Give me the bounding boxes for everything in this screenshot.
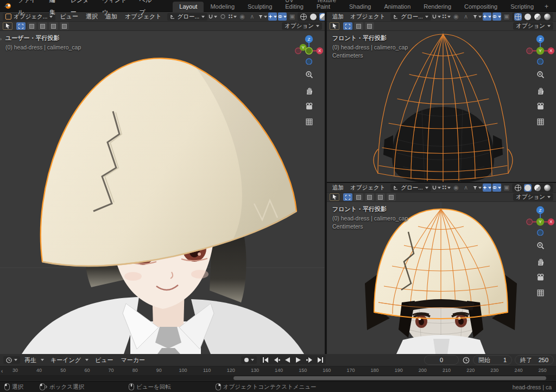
- tab-modeling[interactable]: Modeling: [204, 2, 241, 12]
- active-tool-button[interactable]: [330, 193, 339, 201]
- axis-gizmo[interactable]: Z Y X: [526, 204, 555, 236]
- tab-shading[interactable]: Shading: [343, 2, 377, 12]
- select-invert-tool[interactable]: [49, 22, 58, 30]
- snap-magnet-toggle[interactable]: [208, 12, 217, 21]
- select-box-tool[interactable]: [343, 193, 352, 201]
- menu-object[interactable]: オブジェクト: [348, 13, 388, 21]
- shading-rendered-button[interactable]: [544, 184, 551, 192]
- gizmos-dropdown[interactable]: [483, 12, 491, 21]
- pan-button[interactable]: [303, 84, 315, 96]
- pivot-point-dropdown[interactable]: ∷: [442, 12, 451, 21]
- options-dropdown[interactable]: オプション: [513, 22, 553, 30]
- select-subtract-tool[interactable]: [365, 193, 374, 201]
- menu-render[interactable]: レンダー: [66, 0, 96, 18]
- proportional-editing-toggle[interactable]: ◉: [238, 12, 247, 21]
- shading-material-button[interactable]: [534, 184, 541, 192]
- axis-x-neg[interactable]: [527, 219, 533, 225]
- toolbar-expand-arrow[interactable]: ›: [0, 36, 2, 42]
- viewport-front-solid-canvas[interactable]: フロント・平行投影 (0) head-dress | calimero_cap …: [327, 202, 556, 354]
- pivot-point-dropdown[interactable]: ∷: [442, 184, 451, 192]
- tab-compositing[interactable]: Compositing: [458, 2, 504, 12]
- active-tool-button[interactable]: [3, 22, 12, 30]
- viewport-main-canvas[interactable]: ユーザー・平行投影 (0) head-dress | calimero_cap …: [0, 31, 325, 354]
- current-frame-field[interactable]: 0: [424, 355, 459, 365]
- options-dropdown[interactable]: オプション: [282, 22, 322, 30]
- shading-solid-button[interactable]: [524, 13, 532, 21]
- axis-z-neg[interactable]: [538, 59, 544, 65]
- editor-type-dropdown[interactable]: [3, 356, 20, 364]
- menu-playback[interactable]: 再生: [21, 356, 40, 364]
- overlays-dropdown[interactable]: [492, 12, 501, 21]
- jump-to-end-button[interactable]: [317, 356, 324, 363]
- xray-toggle[interactable]: ▣: [502, 184, 511, 192]
- xray-toggle[interactable]: ▣: [288, 12, 296, 21]
- frame-end-field[interactable]: 終了 250: [515, 355, 554, 365]
- orthographic-toggle-button[interactable]: [534, 287, 546, 299]
- zoom-button[interactable]: [303, 68, 315, 80]
- visibility-filter-dropdown[interactable]: [473, 12, 482, 21]
- menu-window[interactable]: ウィンドウ: [97, 0, 133, 18]
- tab-scripting[interactable]: Scripting: [504, 2, 540, 12]
- camera-view-button[interactable]: [534, 271, 546, 283]
- snap-magnet-toggle[interactable]: [432, 184, 441, 192]
- play-button[interactable]: [295, 356, 302, 363]
- proportional-falloff-dropdown[interactable]: ∧: [248, 12, 256, 21]
- shading-material-button[interactable]: [319, 13, 326, 21]
- proportional-falloff-dropdown[interactable]: ∧: [462, 12, 470, 21]
- select-intersect-tool[interactable]: [60, 22, 69, 30]
- select-subtract-tool[interactable]: [38, 22, 47, 30]
- active-tool-button[interactable]: [330, 22, 339, 30]
- visibility-filter-dropdown[interactable]: [473, 184, 482, 192]
- jump-to-start-button[interactable]: [262, 356, 269, 363]
- menu-add[interactable]: 追加: [330, 184, 346, 192]
- prev-keyframe-button[interactable]: [273, 356, 280, 363]
- axis-z-neg[interactable]: [306, 59, 312, 65]
- select-invert-tool[interactable]: [376, 193, 385, 201]
- pan-button[interactable]: [534, 84, 546, 96]
- camera-view-button[interactable]: [303, 100, 315, 112]
- select-extend-tool[interactable]: [354, 22, 363, 30]
- axis-x-neg[interactable]: [527, 48, 533, 54]
- proportional-editing-toggle[interactable]: ◉: [452, 12, 460, 21]
- scrollbar-thumb[interactable]: [233, 376, 546, 380]
- tab-rendering[interactable]: Rendering: [417, 2, 458, 12]
- xray-toggle[interactable]: ▣: [502, 12, 511, 21]
- gizmos-dropdown[interactable]: [268, 12, 277, 21]
- axis-gizmo[interactable]: Z Y X: [526, 33, 555, 65]
- proportional-editing-toggle[interactable]: ◉: [452, 184, 460, 192]
- viewport-front-wire-canvas[interactable]: フロント・平行投影 (0) head-dress | calimero_cap …: [327, 31, 556, 182]
- shading-material-button[interactable]: [534, 13, 541, 21]
- next-keyframe-button[interactable]: [306, 356, 313, 363]
- pivot-point-dropdown[interactable]: ∷: [228, 12, 237, 21]
- shading-wireframe-button[interactable]: [514, 184, 522, 192]
- options-dropdown[interactable]: オプション: [513, 193, 553, 201]
- camera-view-button[interactable]: [534, 100, 546, 112]
- shading-solid-button[interactable]: [524, 184, 532, 192]
- shading-solid-button[interactable]: [309, 13, 317, 21]
- gizmos-dropdown[interactable]: [483, 184, 491, 192]
- overlays-dropdown[interactable]: [492, 184, 501, 192]
- menu-keying[interactable]: キーイング: [47, 356, 84, 364]
- select-subtract-tool[interactable]: [365, 22, 374, 30]
- menu-edit[interactable]: 編集: [45, 0, 65, 18]
- orthographic-toggle-button[interactable]: [534, 116, 546, 128]
- pan-button[interactable]: [534, 255, 546, 267]
- menu-view[interactable]: ビュー: [92, 356, 117, 364]
- auto-keying-button[interactable]: [241, 356, 257, 364]
- tab-animation[interactable]: Animation: [377, 2, 417, 12]
- menu-add[interactable]: 追加: [330, 13, 346, 21]
- snap-magnet-toggle[interactable]: [432, 12, 441, 21]
- orthographic-toggle-button[interactable]: [303, 116, 315, 128]
- menu-marker[interactable]: マーカー: [118, 356, 149, 364]
- visibility-filter-dropdown[interactable]: [258, 12, 267, 21]
- zoom-button[interactable]: [534, 68, 546, 80]
- frame-start-field[interactable]: 開始 1: [473, 355, 512, 365]
- blender-logo-icon[interactable]: [3, 2, 11, 10]
- tab-layout[interactable]: Layout: [173, 2, 204, 12]
- select-box-tool[interactable]: [343, 22, 352, 30]
- zoom-button[interactable]: [534, 239, 546, 251]
- proportional-falloff-dropdown[interactable]: ∧: [462, 184, 470, 192]
- select-box-tool[interactable]: [16, 22, 26, 30]
- select-intersect-tool[interactable]: [387, 193, 396, 201]
- tab-texture-paint[interactable]: Texture Paint: [310, 0, 343, 12]
